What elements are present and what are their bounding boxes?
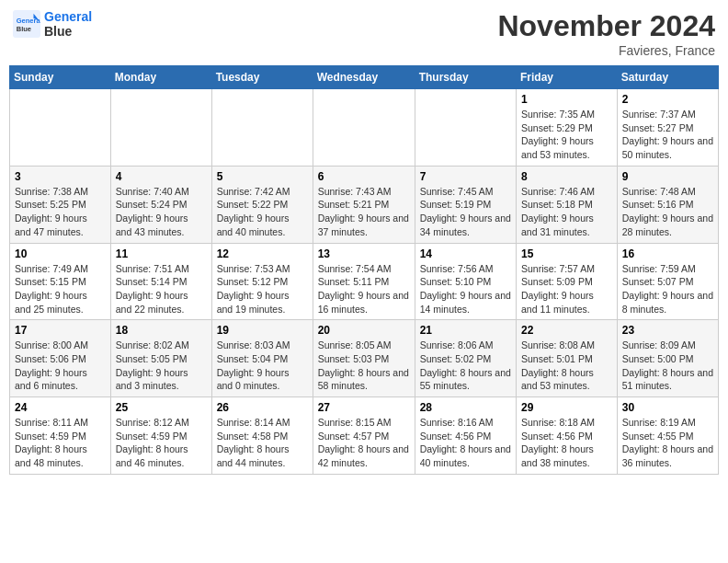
location: Favieres, France (497, 43, 715, 58)
day-number: 12 (217, 247, 308, 260)
day-info: Sunrise: 8:09 AMSunset: 5:00 PMDaylight:… (622, 339, 713, 393)
calendar-cell: 17Sunrise: 8:00 AMSunset: 5:06 PMDayligh… (10, 320, 111, 397)
calendar-cell: 22Sunrise: 8:08 AMSunset: 5:01 PMDayligh… (517, 320, 618, 397)
svg-text:Blue: Blue (17, 25, 31, 33)
calendar-week-row: 1Sunrise: 7:35 AMSunset: 5:29 PMDaylight… (10, 89, 719, 167)
day-number: 11 (116, 247, 207, 260)
weekday-header: Wednesday (313, 66, 415, 89)
day-info: Sunrise: 7:46 AMSunset: 5:18 PMDaylight:… (521, 185, 612, 239)
calendar-cell: 4Sunrise: 7:40 AMSunset: 5:24 PMDaylight… (110, 166, 211, 243)
month-title: November 2024 (497, 9, 715, 43)
day-number: 10 (15, 247, 106, 260)
day-info: Sunrise: 8:16 AMSunset: 4:56 PMDaylight:… (420, 416, 511, 470)
day-info: Sunrise: 7:57 AMSunset: 5:09 PMDaylight:… (521, 262, 612, 316)
day-number: 2 (622, 93, 713, 106)
day-number: 29 (521, 401, 612, 414)
day-info: Sunrise: 8:11 AMSunset: 4:59 PMDaylight:… (15, 416, 106, 470)
day-info: Sunrise: 7:54 AMSunset: 5:11 PMDaylight:… (318, 262, 410, 316)
day-number: 19 (217, 324, 308, 337)
weekday-header: Tuesday (211, 66, 313, 89)
day-info: Sunrise: 7:49 AMSunset: 5:15 PMDaylight:… (15, 262, 106, 316)
day-info: Sunrise: 7:59 AMSunset: 5:07 PMDaylight:… (622, 262, 713, 316)
day-number: 21 (420, 324, 511, 337)
day-info: Sunrise: 7:53 AMSunset: 5:12 PMDaylight:… (217, 262, 308, 316)
day-info: Sunrise: 7:40 AMSunset: 5:24 PMDaylight:… (116, 185, 207, 239)
calendar-cell: 29Sunrise: 8:18 AMSunset: 4:56 PMDayligh… (517, 397, 618, 475)
weekday-header: Friday (517, 66, 618, 89)
calendar-cell: 3Sunrise: 7:38 AMSunset: 5:25 PMDaylight… (10, 166, 111, 243)
day-number: 6 (318, 170, 410, 183)
calendar-cell (211, 89, 313, 167)
calendar-cell: 27Sunrise: 8:15 AMSunset: 4:57 PMDayligh… (313, 397, 415, 475)
day-info: Sunrise: 8:02 AMSunset: 5:05 PMDaylight:… (116, 339, 207, 393)
calendar-cell: 21Sunrise: 8:06 AMSunset: 5:02 PMDayligh… (415, 320, 516, 397)
calendar-cell: 12Sunrise: 7:53 AMSunset: 5:12 PMDayligh… (211, 243, 313, 320)
calendar-cell: 25Sunrise: 8:12 AMSunset: 4:59 PMDayligh… (110, 397, 211, 475)
calendar-cell (313, 89, 415, 167)
day-info: Sunrise: 7:51 AMSunset: 5:14 PMDaylight:… (116, 262, 207, 316)
day-number: 28 (420, 401, 511, 414)
title-section: November 2024 Favieres, France (497, 9, 715, 58)
calendar-cell: 15Sunrise: 7:57 AMSunset: 5:09 PMDayligh… (517, 243, 618, 320)
calendar-cell: 11Sunrise: 7:51 AMSunset: 5:14 PMDayligh… (110, 243, 211, 320)
day-number: 22 (521, 324, 612, 337)
calendar-cell (415, 89, 516, 167)
day-info: Sunrise: 8:19 AMSunset: 4:55 PMDaylight:… (622, 416, 713, 470)
calendar-week-row: 24Sunrise: 8:11 AMSunset: 4:59 PMDayligh… (10, 397, 719, 475)
day-info: Sunrise: 7:56 AMSunset: 5:10 PMDaylight:… (420, 262, 511, 316)
day-number: 20 (318, 324, 410, 337)
day-number: 17 (15, 324, 106, 337)
calendar-cell: 14Sunrise: 7:56 AMSunset: 5:10 PMDayligh… (415, 243, 516, 320)
calendar-cell: 5Sunrise: 7:42 AMSunset: 5:22 PMDaylight… (211, 166, 313, 243)
day-number: 13 (318, 247, 410, 260)
calendar-cell: 16Sunrise: 7:59 AMSunset: 5:07 PMDayligh… (617, 243, 718, 320)
day-number: 18 (116, 324, 207, 337)
day-number: 16 (622, 247, 713, 260)
page-header: General Blue General Blue November 2024 … (9, 9, 719, 58)
calendar-header-row: SundayMondayTuesdayWednesdayThursdayFrid… (10, 66, 719, 89)
day-info: Sunrise: 8:08 AMSunset: 5:01 PMDaylight:… (521, 339, 612, 393)
day-info: Sunrise: 8:15 AMSunset: 4:57 PMDaylight:… (318, 416, 410, 470)
day-info: Sunrise: 7:42 AMSunset: 5:22 PMDaylight:… (217, 185, 308, 239)
calendar-cell: 30Sunrise: 8:19 AMSunset: 4:55 PMDayligh… (617, 397, 718, 475)
day-number: 27 (318, 401, 410, 414)
calendar-cell: 19Sunrise: 8:03 AMSunset: 5:04 PMDayligh… (211, 320, 313, 397)
day-number: 1 (521, 93, 612, 106)
calendar-cell: 26Sunrise: 8:14 AMSunset: 4:58 PMDayligh… (211, 397, 313, 475)
day-info: Sunrise: 8:00 AMSunset: 5:06 PMDaylight:… (15, 339, 106, 393)
day-info: Sunrise: 7:38 AMSunset: 5:25 PMDaylight:… (15, 185, 106, 239)
day-number: 25 (116, 401, 207, 414)
calendar-cell (10, 89, 111, 167)
calendar-cell: 9Sunrise: 7:48 AMSunset: 5:16 PMDaylight… (617, 166, 718, 243)
calendar-week-row: 17Sunrise: 8:00 AMSunset: 5:06 PMDayligh… (10, 320, 719, 397)
day-info: Sunrise: 7:35 AMSunset: 5:29 PMDaylight:… (521, 108, 612, 162)
calendar-cell: 13Sunrise: 7:54 AMSunset: 5:11 PMDayligh… (313, 243, 415, 320)
calendar-cell: 18Sunrise: 8:02 AMSunset: 5:05 PMDayligh… (110, 320, 211, 397)
day-info: Sunrise: 7:45 AMSunset: 5:19 PMDaylight:… (420, 185, 511, 239)
logo: General Blue General Blue (13, 9, 92, 39)
day-info: Sunrise: 7:43 AMSunset: 5:21 PMDaylight:… (318, 185, 410, 239)
calendar-week-row: 3Sunrise: 7:38 AMSunset: 5:25 PMDaylight… (10, 166, 719, 243)
day-number: 15 (521, 247, 612, 260)
day-info: Sunrise: 7:37 AMSunset: 5:27 PMDaylight:… (622, 108, 713, 162)
calendar-cell: 6Sunrise: 7:43 AMSunset: 5:21 PMDaylight… (313, 166, 415, 243)
day-info: Sunrise: 8:05 AMSunset: 5:03 PMDaylight:… (318, 339, 410, 393)
day-number: 26 (217, 401, 308, 414)
day-number: 5 (217, 170, 308, 183)
calendar-week-row: 10Sunrise: 7:49 AMSunset: 5:15 PMDayligh… (10, 243, 719, 320)
day-number: 14 (420, 247, 511, 260)
day-number: 9 (622, 170, 713, 183)
logo-blue: Blue (44, 24, 92, 39)
calendar-cell: 10Sunrise: 7:49 AMSunset: 5:15 PMDayligh… (10, 243, 111, 320)
day-number: 23 (622, 324, 713, 337)
day-info: Sunrise: 8:14 AMSunset: 4:58 PMDaylight:… (217, 416, 308, 470)
day-info: Sunrise: 8:06 AMSunset: 5:02 PMDaylight:… (420, 339, 511, 393)
day-info: Sunrise: 8:12 AMSunset: 4:59 PMDaylight:… (116, 416, 207, 470)
day-number: 8 (521, 170, 612, 183)
logo-general: General (44, 9, 92, 24)
svg-text:General: General (17, 17, 40, 25)
calendar-cell (110, 89, 211, 167)
day-info: Sunrise: 8:18 AMSunset: 4:56 PMDaylight:… (521, 416, 612, 470)
day-number: 4 (116, 170, 207, 183)
calendar-cell: 7Sunrise: 7:45 AMSunset: 5:19 PMDaylight… (415, 166, 516, 243)
